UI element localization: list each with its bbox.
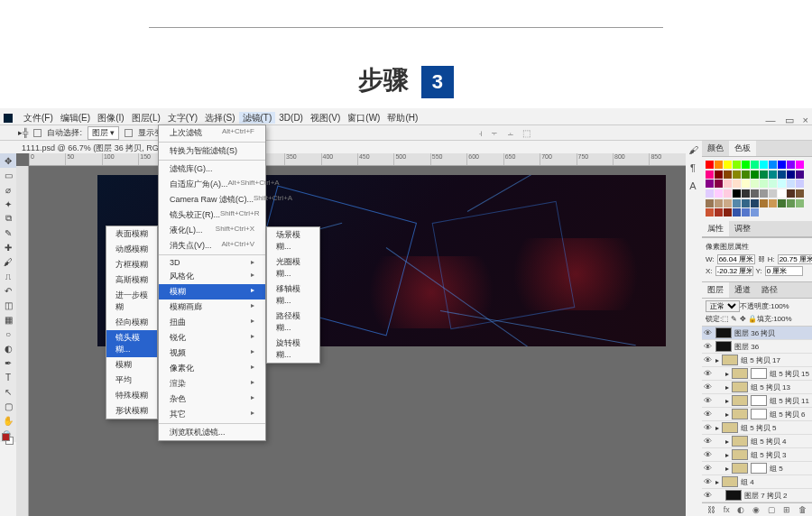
blur-item[interactable]: 方框模糊: [106, 257, 157, 272]
swatch[interactable]: [796, 170, 804, 179]
h-input[interactable]: [778, 254, 812, 264]
menu-noise[interactable]: 杂色▸: [159, 392, 265, 407]
swatch[interactable]: [769, 170, 777, 179]
layer-row[interactable]: 👁▸组 5 拷贝 13: [702, 381, 812, 394]
swatch[interactable]: [724, 208, 732, 217]
menu-6[interactable]: 滤镜(T): [239, 112, 276, 124]
char-panel-icon[interactable]: ¶: [686, 161, 700, 175]
type-panel-icon[interactable]: A: [686, 179, 700, 193]
marquee-tool[interactable]: ▭: [0, 168, 16, 182]
menu-distort[interactable]: 扭曲▸: [159, 315, 265, 330]
eraser-tool[interactable]: ◫: [0, 298, 16, 312]
swatch[interactable]: [796, 161, 804, 169]
swatch[interactable]: [760, 189, 768, 198]
blurgal-item[interactable]: 路径模糊...: [267, 309, 319, 336]
swatches-panel[interactable]: [702, 157, 812, 221]
blur-submenu-left[interactable]: 表面模糊动感模糊方框模糊高斯模糊进一步模糊径向模糊镜头模糊...模糊平均特殊模糊…: [106, 226, 158, 419]
align-icon[interactable]: ⫞: [478, 128, 483, 138]
swatch[interactable]: [751, 208, 759, 217]
swatch[interactable]: [733, 208, 741, 217]
lasso-tool[interactable]: ⌀: [0, 182, 16, 197]
swatch[interactable]: [787, 199, 795, 207]
layer-row[interactable]: 👁▸组 5 拷贝 15: [702, 367, 812, 381]
swatch[interactable]: [733, 170, 741, 179]
swatch[interactable]: [715, 161, 723, 169]
swatch[interactable]: [787, 189, 795, 198]
blur-item[interactable]: 模糊: [106, 357, 157, 373]
layer-row[interactable]: 👁▸组 5 拷贝 4: [702, 435, 812, 448]
swatch[interactable]: [769, 180, 777, 188]
menu-1[interactable]: 编辑(E): [57, 112, 94, 124]
layer-row[interactable]: 👁▸组 5 拷贝 11: [702, 394, 812, 408]
blurgal-item[interactable]: 光圈模糊...: [267, 254, 319, 281]
swatch[interactable]: [715, 189, 723, 198]
swatch[interactable]: [769, 161, 777, 169]
layer-row[interactable]: 👁▸组 5: [702, 462, 812, 475]
blur-item[interactable]: 动感模糊: [106, 242, 157, 257]
adjust-icon[interactable]: ◉: [752, 505, 760, 514]
blur-submenu-right[interactable]: 场景模糊...光圈模糊...移轴模糊...路径模糊...旋转模糊...: [266, 226, 320, 364]
eye-icon[interactable]: 👁: [704, 369, 713, 378]
mask-icon[interactable]: ◐: [737, 505, 744, 514]
menu-3d[interactable]: 3D▸: [159, 256, 265, 269]
mode3d-icon[interactable]: ⬚: [522, 128, 531, 138]
autoselect-checkbox[interactable]: [33, 129, 42, 137]
swatch[interactable]: [733, 189, 741, 198]
layer-row[interactable]: 👁▸组 5 拷贝 5: [702, 421, 812, 435]
menu-5[interactable]: 选择(S): [201, 112, 238, 124]
swatch[interactable]: [796, 189, 804, 198]
layer-row[interactable]: 👁▸组 4: [702, 475, 812, 489]
blurgal-item[interactable]: 旋转模糊...: [267, 336, 319, 363]
swatch[interactable]: [715, 180, 723, 188]
swatch[interactable]: [796, 199, 804, 207]
w-input[interactable]: [717, 254, 755, 264]
swatch[interactable]: [778, 180, 786, 188]
swatch[interactable]: [751, 189, 759, 198]
eye-icon[interactable]: 👁: [704, 437, 713, 446]
blur-item[interactable]: 形状模糊: [106, 403, 157, 419]
blur-item[interactable]: 镜头模糊...: [106, 330, 157, 357]
shape-tool[interactable]: ▢: [0, 399, 16, 413]
brush-tool[interactable]: 🖌: [0, 254, 16, 269]
wand-tool[interactable]: ✦: [0, 197, 16, 211]
trash-icon[interactable]: 🗑: [798, 505, 807, 514]
menu-blur-gallery[interactable]: 模糊画廊▸: [159, 299, 265, 315]
swatch[interactable]: [733, 199, 741, 207]
blur-item[interactable]: 进一步模糊: [106, 288, 157, 315]
align-icon[interactable]: ⫟: [490, 128, 499, 138]
swatch[interactable]: [760, 170, 768, 179]
path-tool[interactable]: ↖: [0, 384, 16, 399]
swatch[interactable]: [742, 189, 750, 198]
swatch[interactable]: [787, 180, 795, 188]
transform-checkbox[interactable]: [125, 129, 133, 137]
blur-item[interactable]: 特殊模糊: [106, 388, 157, 403]
menu-7[interactable]: 3D(D): [275, 112, 307, 124]
eye-icon[interactable]: 👁: [704, 410, 713, 419]
menu-2[interactable]: 图像(I): [94, 112, 127, 124]
folder-icon[interactable]: ▢: [768, 505, 776, 514]
menu-render[interactable]: 渲染▸: [159, 376, 265, 392]
menu-vanishing[interactable]: 消失点(V)...Alt+Ctrl+V: [159, 238, 265, 253]
eyedropper-tool[interactable]: ✎: [0, 226, 16, 240]
swatch[interactable]: [778, 161, 786, 169]
menu-liquify[interactable]: 液化(L)...Shift+Ctrl+X: [159, 223, 265, 238]
eye-icon[interactable]: 👁: [704, 464, 713, 473]
stamp-tool[interactable]: ⎍: [0, 269, 16, 283]
swatch[interactable]: [724, 199, 732, 207]
menu-video[interactable]: 视频▸: [159, 346, 265, 361]
swatch[interactable]: [742, 180, 750, 188]
blend-mode-select[interactable]: 正常: [706, 300, 740, 312]
swatch[interactable]: [715, 170, 723, 179]
swatch[interactable]: [724, 189, 732, 198]
menu-0[interactable]: 文件(F): [20, 112, 57, 124]
eye-icon[interactable]: 👁: [704, 342, 713, 351]
eye-icon[interactable]: 👁: [704, 450, 713, 459]
swatch[interactable]: [760, 161, 768, 169]
menu-3[interactable]: 图层(L): [128, 112, 164, 124]
swatch[interactable]: [751, 199, 759, 207]
eye-icon[interactable]: 👁: [704, 423, 713, 432]
swatch[interactable]: [706, 161, 714, 169]
swatch[interactable]: [706, 199, 714, 207]
swatch[interactable]: [742, 208, 750, 217]
swatch[interactable]: [724, 161, 732, 169]
